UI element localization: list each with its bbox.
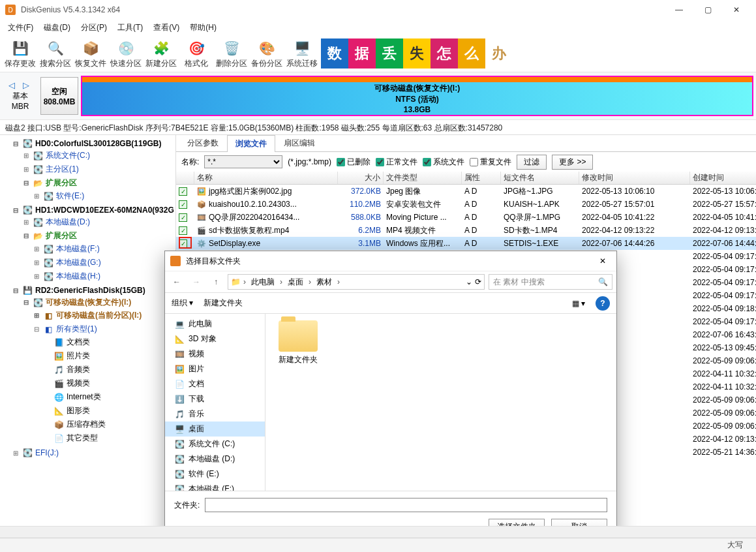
dialog-tree-item[interactable]: 📄文档 — [165, 376, 265, 391]
menu-item[interactable]: 文件(F) — [3, 20, 38, 35]
refresh-icon[interactable]: ⟳ — [475, 277, 481, 286]
minimize-button[interactable]: — — [665, 0, 693, 20]
name-filter[interactable]: *.* — [204, 155, 282, 168]
tool-button[interactable]: 🗑️删除分区 — [214, 36, 249, 71]
disk-tree[interactable]: ⊟💽HD0:ColorfulSL300128GB(119GB) ⊞💽系统文件(C… — [0, 135, 176, 526]
table-row[interactable]: ✓ 📦kuaishou10.2.10.24303... 110.2MB安卓安装包… — [176, 198, 756, 211]
type-node[interactable]: 🎬视频类 — [42, 377, 175, 390]
type-node[interactable]: 🖼️照片类 — [42, 350, 175, 362]
dialog-close[interactable]: ✕ — [594, 254, 611, 268]
app-title: DiskGenius V5.4.3.1342 x64 — [21, 5, 665, 14]
nav-basic: ◁ ▷ 基本 MBR — [3, 80, 38, 112]
tool-button[interactable]: 🔍搜索分区 — [38, 36, 73, 71]
dialog-tree-item[interactable]: 💽软件 (E:) — [165, 467, 265, 482]
filter-button[interactable]: 过滤 — [517, 155, 547, 170]
dialog-tree-item[interactable]: 🎵音乐 — [165, 406, 265, 422]
breadcrumb[interactable]: 📁› 此电脑› 桌面› 素材› ⌄ ⟳ — [228, 274, 485, 290]
folder-icon — [279, 320, 318, 352]
tool-button[interactable]: 📦恢复文件 — [73, 36, 108, 71]
dialog-icon — [170, 256, 181, 266]
dialog-tree-item[interactable]: 💽本地磁盘 (D:) — [165, 452, 265, 467]
title-bar: D DiskGenius V5.4.3.1342 x64 — ▢ ✕ — [0, 0, 756, 20]
organize-menu[interactable]: 组织 ▾ — [172, 298, 193, 309]
menu-bar: 文件(F)磁盘(D)分区(P)工具(T)查看(V)帮助(H) — [0, 20, 756, 35]
folder-item[interactable]: 新建文件夹 — [272, 320, 324, 365]
dialog-tree-item[interactable]: 📐3D 对象 — [165, 331, 265, 346]
type-node[interactable]: 🎵音频类 — [42, 363, 175, 376]
type-node[interactable]: 📦压缩存档类 — [42, 418, 175, 431]
h-scrollbar[interactable] — [0, 526, 756, 538]
folder-dialog: 选择目标文件夹 ✕ ← → ↑ 📁› 此电脑› 桌面› 素材› ⌄ ⟳ 在 素材… — [164, 251, 617, 542]
type-node[interactable]: 📄其它类型 — [42, 432, 175, 444]
more-button[interactable]: 更多 >> — [552, 155, 593, 170]
menu-item[interactable]: 查看(V) — [148, 20, 185, 35]
menu-item[interactable]: 帮助(H) — [185, 20, 222, 35]
nav-arrows[interactable]: ◁ ▷ — [3, 80, 38, 91]
tool-button[interactable]: 💿快速分区 — [108, 36, 144, 71]
folder-label: 文件夹: — [174, 500, 200, 511]
dialog-tree-item[interactable]: 🖥️桌面 — [165, 422, 265, 437]
dialog-tree-item[interactable]: 🖼️图片 — [165, 361, 265, 376]
partition-block[interactable]: 可移动磁盘(恢复文件)(I:) NTFS (活动) 13.8GB — [81, 76, 753, 116]
dialog-tree-item[interactable]: 💻此电脑 — [165, 316, 265, 331]
chk-system[interactable]: 系统文件 — [423, 157, 464, 168]
menu-item[interactable]: 分区(P) — [76, 20, 112, 35]
file-header[interactable]: 名称大小 文件类型属性 短文件名修改时间创建时间 — [176, 172, 756, 185]
dialog-tree-item[interactable]: 💽系统文件 (C:) — [165, 437, 265, 452]
file-list[interactable]: ✓ 🖼️jpg格式图片案例002.jpg 372.0KBJpeg 图像A D J… — [176, 185, 756, 250]
chk-repeat[interactable]: 重复文件 — [470, 157, 511, 168]
table-row[interactable]: ✓ 🎞️QQ录屏2022042016434... 588.0KBMoving P… — [176, 211, 756, 224]
toolbar: 💾保存更改🔍搜索分区📦恢复文件💿快速分区🧩新建分区🎯格式化🗑️删除分区🎨备份分区… — [0, 35, 756, 72]
tool-button[interactable]: 🖥️系统迁移 — [284, 36, 320, 71]
search-box[interactable]: 在 素材 中搜索 🔍 — [489, 274, 612, 290]
nav-back[interactable]: ← — [169, 274, 185, 290]
nav-up[interactable]: ↑ — [208, 274, 224, 290]
dialog-title: 选择目标文件夹 — [186, 256, 594, 267]
tabs: 分区参数 浏览文件 扇区编辑 — [176, 135, 756, 152]
status-bar: 大写 — [0, 538, 756, 552]
filter-row: 名称: *.* (*.jpg;*.bmp) 已删除 正常文件 系统文件 重复文件… — [176, 152, 756, 172]
dialog-tree-item[interactable]: 💽本地磁盘 (F:) — [165, 482, 265, 491]
dialog-tree[interactable]: 💻此电脑📐3D 对象🎞️视频🖼️图片📄文档⬇️下载🎵音乐🖥️桌面💽系统文件 (C… — [165, 314, 265, 491]
tool-button[interactable]: 🧩新建分区 — [144, 36, 179, 71]
type-node[interactable]: 🌐Internet类 — [42, 391, 175, 403]
name-label: 名称: — [181, 157, 199, 168]
chk-deleted[interactable]: 已删除 — [337, 157, 370, 168]
tool-button[interactable]: 💾保存更改 — [3, 36, 38, 71]
view-menu[interactable]: ▦ ▾ — [572, 299, 585, 308]
tool-button[interactable]: 🎨备份分区 — [249, 36, 284, 71]
dialog-items[interactable]: 新建文件夹 — [265, 314, 616, 491]
nav-forward[interactable]: → — [189, 274, 204, 290]
menu-item[interactable]: 磁盘(D) — [38, 20, 76, 35]
type-node[interactable]: 📘文档类 — [42, 336, 175, 348]
tool-button[interactable]: 🎯格式化 — [179, 36, 214, 71]
chk-normal[interactable]: 正常文件 — [376, 157, 417, 168]
crumb-dropdown[interactable]: ⌄ — [466, 277, 472, 286]
folder-input[interactable] — [205, 498, 607, 512]
maximize-button[interactable]: ▢ — [693, 0, 722, 20]
search-icon: 🔍 — [598, 277, 608, 286]
dialog-tree-item[interactable]: ⬇️下载 — [165, 391, 265, 406]
app-icon: D — [5, 5, 16, 15]
free-space-block[interactable]: 空闲 808.0MB — [40, 77, 78, 115]
table-row[interactable]: ✓ 🖼️jpg格式图片案例002.jpg 372.0KBJpeg 图像A D J… — [176, 185, 756, 198]
banner: 数 据 丢 失 怎 么 办 — [321, 37, 513, 70]
disk-strip: ◁ ▷ 基本 MBR 空闲 808.0MB 可移动磁盘(恢复文件)(I:) NT… — [0, 72, 756, 120]
new-folder-btn[interactable]: 新建文件夹 — [204, 298, 243, 309]
tab-sector-edit[interactable]: 扇区编辑 — [275, 135, 324, 151]
table-row[interactable]: ✓ ⚙️SetDisplay.exe 3.1MBWindows 应用程...A … — [176, 237, 756, 250]
menu-item[interactable]: 工具(T) — [112, 20, 148, 35]
table-row[interactable]: ✓ 🎬sd卡数据恢复教程.mp4 6.2MBMP4 视频文件A D SD卡数~1… — [176, 224, 756, 237]
disk-info: 磁盘2 接口:USB 型号:GenericFlashDisk 序列号:7B4E5… — [0, 120, 756, 134]
tab-browse-files[interactable]: 浏览文件 — [227, 135, 275, 152]
dialog-tree-item[interactable]: 🎞️视频 — [165, 346, 265, 361]
close-button[interactable]: ✕ — [722, 0, 751, 20]
type-node[interactable]: 📐图形类 — [42, 405, 175, 417]
filter-hint: (*.jpg;*.bmp) — [288, 157, 331, 166]
highlight-marker — [179, 237, 192, 249]
help-icon[interactable]: ? — [596, 296, 610, 311]
tab-partition-params[interactable]: 分区参数 — [179, 135, 227, 151]
